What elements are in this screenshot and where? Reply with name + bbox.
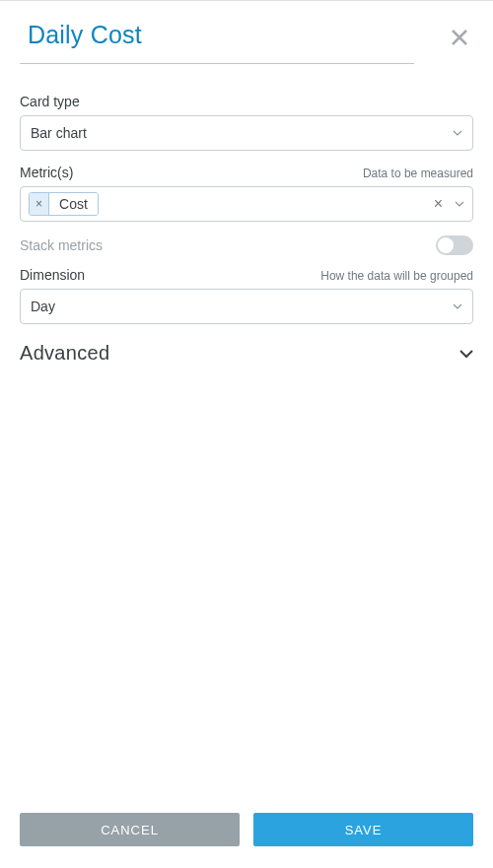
save-button[interactable]: SAVE — [253, 813, 473, 846]
card-title-input[interactable] — [20, 15, 446, 59]
title-row — [20, 15, 473, 59]
metrics-field: Metric(s) Data to be measured × Cost × — [20, 165, 473, 222]
metric-tag-label: Cost — [49, 193, 98, 215]
dimension-field: Dimension How the data will be grouped D… — [20, 267, 473, 324]
remove-tag-icon[interactable]: × — [30, 193, 49, 215]
caret-down-icon — [453, 130, 462, 136]
dimension-label: Dimension — [20, 267, 85, 283]
clear-all-icon[interactable]: × — [428, 196, 449, 212]
footer-buttons: CANCEL SAVE — [0, 799, 493, 868]
close-icon[interactable] — [446, 24, 473, 51]
card-type-select[interactable]: Bar chart — [20, 115, 473, 151]
stack-metrics-label: Stack metrics — [20, 237, 103, 253]
stack-metrics-row: Stack metrics — [20, 235, 473, 255]
card-type-field: Card type Bar chart — [20, 94, 473, 151]
metrics-select[interactable]: × Cost × — [20, 186, 473, 222]
form-content: Card type Bar chart Metric(s) Data to be… — [0, 1, 493, 799]
card-type-value: Bar chart — [31, 125, 447, 141]
cancel-button[interactable]: CANCEL — [20, 813, 240, 846]
metrics-label: Metric(s) — [20, 165, 73, 180]
dimension-helper: How the data will be grouped — [320, 269, 473, 283]
metric-tag: × Cost — [29, 192, 99, 216]
caret-down-icon — [453, 303, 462, 309]
advanced-label: Advanced — [20, 342, 109, 365]
title-underline — [20, 63, 414, 64]
card-type-label: Card type — [20, 94, 80, 109]
advanced-section-toggle[interactable]: Advanced — [20, 338, 473, 368]
dimension-select[interactable]: Day — [20, 289, 473, 324]
caret-down-icon[interactable] — [455, 201, 464, 207]
dimension-value: Day — [31, 299, 447, 314]
chevron-down-icon — [459, 345, 473, 363]
stack-metrics-toggle[interactable] — [436, 235, 473, 255]
metrics-helper: Data to be measured — [363, 167, 473, 180]
toggle-knob — [438, 237, 454, 253]
